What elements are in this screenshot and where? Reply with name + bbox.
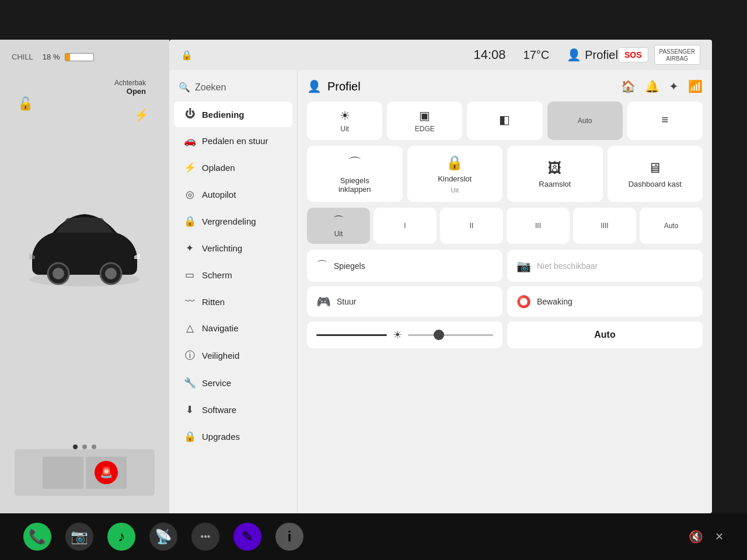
sidebar-item-pedalen[interactable]: 🚗 Pedalen en stuur <box>174 128 292 154</box>
wiper-uit-label: Uit <box>334 230 343 238</box>
more-icon: ••• <box>201 531 211 542</box>
not-avail-label: Niet beschikbaar <box>537 261 598 271</box>
camera-icon: 📷 <box>71 528 88 545</box>
battery-percentage: 18 % <box>43 52 60 61</box>
svg-point-2 <box>53 268 64 279</box>
sidebar-item-vergrendeling[interactable]: 🔒 Vergrendeling <box>174 208 292 235</box>
phone-icon: 📞 <box>29 528 46 545</box>
light-mode-uit[interactable]: ☀ Uit <box>307 102 382 140</box>
sidebar-item-navigatie[interactable]: △ Navigatie <box>174 315 292 341</box>
home-icon[interactable]: 🏠 <box>621 79 636 93</box>
bluetooth-icon[interactable]: ✦ <box>669 79 679 93</box>
upgrades-label: Upgrades <box>202 432 240 442</box>
taskbar-radio[interactable]: 📡 <box>149 523 177 551</box>
taskbar-more[interactable]: ••• <box>191 523 219 551</box>
sidebar-item-bediening[interactable]: ⏻ Bediening <box>174 102 292 127</box>
wiper-auto[interactable]: Auto <box>640 208 703 244</box>
sidebar-item-upgrades[interactable]: 🔒 Upgrades <box>174 424 292 450</box>
beam-icon: ◧ <box>499 113 510 127</box>
stuur-card[interactable]: 🎮 Stuur <box>307 286 502 317</box>
airbag-button[interactable]: PASSENGERAIRBAG <box>654 45 701 65</box>
navigatie-icon: △ <box>183 322 196 334</box>
edge-label: EDGE <box>415 125 435 133</box>
autopilot-icon: ◎ <box>183 188 196 201</box>
signal-icon[interactable]: 📶 <box>688 79 703 93</box>
taskbar-right: 🔇 ✕ <box>689 530 724 544</box>
status-temp: 17°C <box>523 48 550 62</box>
header-icons: 🏠 🔔 ✦ 📶 <box>621 79 703 93</box>
taskbar-camera[interactable]: 📷 <box>65 523 93 551</box>
car-image <box>20 204 149 297</box>
light-mode-edge[interactable]: ▣ EDGE <box>387 102 462 140</box>
spiegels-adj-label: Spiegels <box>334 261 365 271</box>
brightness-thumb[interactable] <box>434 330 444 340</box>
lock-icon: 🔓 <box>18 96 33 111</box>
trunk-status: Open <box>114 87 146 96</box>
drive-mode: CHILL <box>12 52 33 61</box>
light-mode-row: ☀ Uit ▣ EDGE ◧ Auto ≡ <box>307 102 703 140</box>
status-bar-right: SOS PASSENGERAIRBAG <box>618 45 700 65</box>
upgrades-icon: 🔒 <box>183 430 196 443</box>
page-dot-1[interactable] <box>73 444 78 449</box>
taskbar-phone[interactable]: 📞 <box>23 523 51 551</box>
close-icon[interactable]: ✕ <box>715 530 724 543</box>
page-dot-3[interactable] <box>92 444 96 449</box>
search-row[interactable]: 🔍 Zoeken <box>169 76 297 101</box>
auto-card[interactable]: Auto <box>507 321 703 348</box>
sidebar-item-service[interactable]: 🔧 Service <box>174 370 292 396</box>
brightness-right-track[interactable] <box>408 334 493 336</box>
raamslot-icon: 🖼 <box>548 160 562 176</box>
taskbar-spotify[interactable]: ♪ <box>107 523 135 551</box>
page-dot-2[interactable] <box>82 444 87 449</box>
taskbar-app2[interactable]: i <box>275 523 303 551</box>
sidebar-item-opladen[interactable]: ⚡ Opladen <box>174 155 292 181</box>
volume-icon[interactable]: 🔇 <box>689 530 703 544</box>
bell-icon[interactable]: 🔔 <box>645 79 659 93</box>
wiper-row: ⌒ Uit I II III IIII Auto <box>307 208 703 244</box>
verlichting-label: Verlichting <box>202 243 242 253</box>
sidebar-item-veiligheid[interactable]: ⓘ Veiligheid <box>174 342 292 369</box>
wiper-2[interactable]: II <box>440 208 503 244</box>
spiegels-card[interactable]: ⌒ Spiegelsinklappen <box>307 146 403 202</box>
raamslot-card[interactable]: 🖼 Raamslot <box>507 146 603 202</box>
charge-icon: ⚡ <box>134 108 149 122</box>
sos-label: SOS <box>624 50 642 60</box>
uit-icon: ☀ <box>340 108 350 123</box>
navigatie-label: Navigatie <box>202 323 239 333</box>
sidebar-item-autopilot[interactable]: ◎ Autopilot <box>174 181 292 208</box>
trunk-label-text: Achterbak <box>114 79 146 87</box>
sidebar-item-scherm[interactable]: ▭ Scherm <box>174 262 292 288</box>
sidebar-item-verlichting[interactable]: ✦ Verlichting <box>174 235 292 261</box>
verlichting-icon: ✦ <box>183 242 196 254</box>
car-image-area: Achterbak Open 🔓 ⚡ <box>12 61 158 439</box>
kinderslot-label: Kinderslot <box>438 174 472 183</box>
bewaking-card[interactable]: ⭕ Bewaking <box>507 286 703 317</box>
taskbar-apps: 📞 📷 ♪ 📡 ••• ✎ i <box>23 523 303 551</box>
kinderslot-icon: 🔒 <box>446 155 463 171</box>
scherm-label: Scherm <box>202 270 232 280</box>
lock-icon-area: 🔓 <box>18 96 33 111</box>
sidebar-item-software[interactable]: ⬇ Software <box>174 397 292 423</box>
extra-icon: ≡ <box>662 113 669 127</box>
spiegels-icon: ⌒ <box>348 154 362 173</box>
airbag-label: PASSENGERAIRBAG <box>659 48 696 62</box>
bediening-label: Bediening <box>202 110 245 120</box>
kinderslot-card[interactable]: 🔒 Kinderslot Uit <box>407 146 503 202</box>
light-mode-beam[interactable]: ◧ <box>467 102 542 140</box>
taskbar-app1[interactable]: ✎ <box>233 523 261 551</box>
wiper-4[interactable]: IIII <box>573 208 636 244</box>
light-mode-auto[interactable]: Auto <box>547 102 623 140</box>
thumb-icon: 🚨 <box>95 461 118 484</box>
sidebar-item-ritten[interactable]: 〰 Ritten <box>174 289 292 314</box>
dashboard-card[interactable]: 🖥 Dashboard kast <box>608 146 703 202</box>
spiegels-label: Spiegelsinklappen <box>338 176 371 194</box>
wiper-1[interactable]: I <box>374 208 437 244</box>
sos-button[interactable]: SOS <box>618 47 648 62</box>
car-panel: CHILL 18 % Achterbak Open 🔓 <box>0 40 169 513</box>
light-mode-extra[interactable]: ≡ <box>627 102 703 140</box>
status-profile[interactable]: 👤 Profiel <box>567 48 618 62</box>
wiper-uit[interactable]: ⌒ Uit <box>307 208 370 244</box>
spiegels-adjust-card[interactable]: ⌒ Spiegels <box>307 250 502 282</box>
wiper-3[interactable]: III <box>507 208 570 244</box>
vergrendeling-icon: 🔒 <box>183 215 196 228</box>
